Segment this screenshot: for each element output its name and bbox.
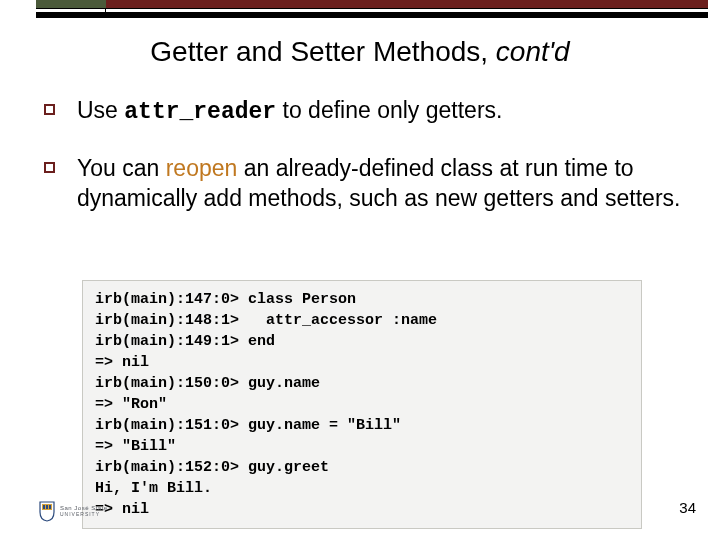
title-italic: cont'd — [496, 36, 570, 67]
highlight-word: reopen — [166, 155, 238, 181]
header-band — [36, 0, 708, 18]
logo-text: San José State UNIVERSITY — [60, 505, 108, 517]
page-title: Getter and Setter Methods, cont'd — [0, 36, 720, 68]
bullet-text: Use attr_reader to define only getters. — [77, 96, 502, 128]
code-inline: attr_reader — [124, 99, 276, 125]
svg-rect-3 — [49, 505, 51, 509]
svg-rect-2 — [46, 505, 48, 509]
page-number: 34 — [679, 499, 696, 516]
code-block: irb(main):147:0> class Person irb(main):… — [82, 280, 642, 529]
title-main: Getter and Setter Methods, — [150, 36, 496, 67]
svg-rect-1 — [43, 505, 45, 509]
text-span: You can — [77, 155, 166, 181]
bullet-text: You can reopen an already-defined class … — [77, 154, 684, 214]
bullet-item: Use attr_reader to define only getters. — [44, 96, 684, 128]
bullet-list: Use attr_reader to define only getters. … — [44, 96, 684, 240]
text-span: Use — [77, 97, 124, 123]
text-span: to define only getters. — [276, 97, 502, 123]
logo-line2: UNIVERSITY — [60, 512, 108, 518]
square-bullet-icon — [44, 162, 55, 173]
bullet-item: You can reopen an already-defined class … — [44, 154, 684, 214]
shield-icon — [38, 500, 56, 522]
square-bullet-icon — [44, 104, 55, 115]
university-logo: San José State UNIVERSITY — [38, 500, 108, 522]
